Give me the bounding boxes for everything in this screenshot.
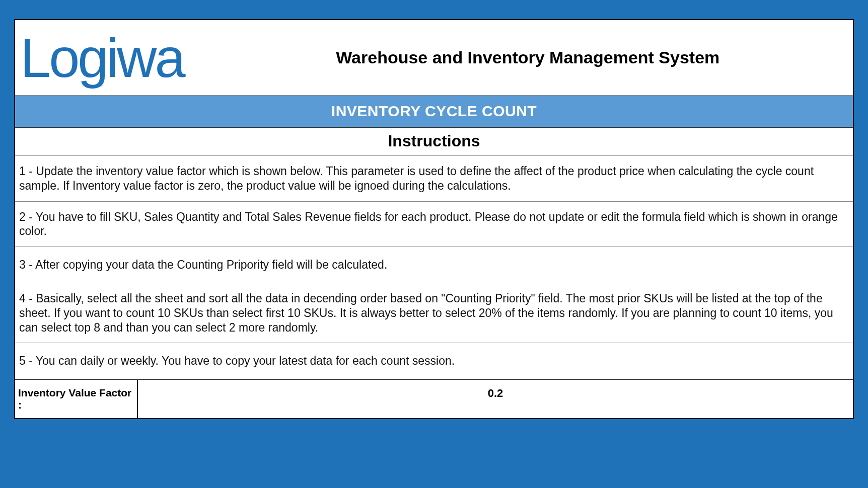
system-title: Warehouse and Inventory Management Syste… xyxy=(214,48,842,67)
worksheet: Logiwa Warehouse and Inventory Managemen… xyxy=(14,19,854,419)
instruction-text: 4 - Basically, select all the sheet and … xyxy=(19,291,849,335)
instruction-row: 4 - Basically, select all the sheet and … xyxy=(15,283,853,343)
brand-logo: Logiwa xyxy=(20,30,184,86)
header-row: Logiwa Warehouse and Inventory Managemen… xyxy=(15,20,853,96)
instruction-row: 3 - After copying your data the Counting… xyxy=(15,247,853,283)
value-factor-label: Inventory Value Factor : xyxy=(15,380,138,418)
instruction-text: 3 - After copying your data the Counting… xyxy=(19,258,387,272)
value-factor-value[interactable]: 0.2 xyxy=(138,380,853,418)
instructions-heading: Instructions xyxy=(15,128,853,156)
instruction-text: 5 - You can daily or weekly. You have to… xyxy=(19,354,455,368)
section-title-band: INVENTORY CYCLE COUNT xyxy=(15,96,853,128)
instruction-row: 2 - You have to fill SKU, Sales Quantity… xyxy=(15,202,853,248)
logo-cell: Logiwa xyxy=(20,30,184,86)
instruction-row: 5 - You can daily or weekly. You have to… xyxy=(15,343,853,379)
instruction-row: 1 - Update the inventory value factor wh… xyxy=(15,156,853,202)
value-factor-row: Inventory Value Factor : 0.2 xyxy=(15,379,853,418)
instruction-text: 2 - You have to fill SKU, Sales Quantity… xyxy=(19,210,849,239)
instruction-text: 1 - Update the inventory value factor wh… xyxy=(19,164,849,193)
title-cell: Warehouse and Inventory Management Syste… xyxy=(184,48,842,67)
